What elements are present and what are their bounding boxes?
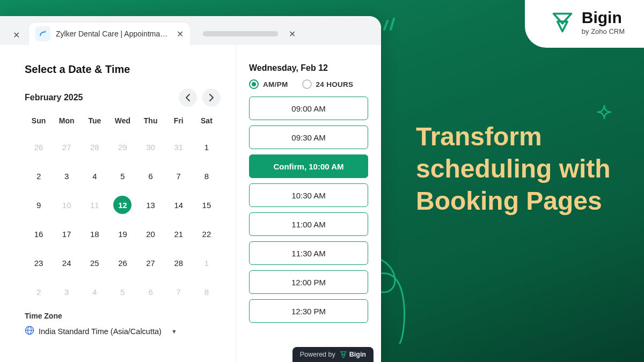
calendar-day[interactable]: 25 xyxy=(80,254,108,272)
calendar-day: 2 xyxy=(25,283,53,301)
calendar-day[interactable]: 20 xyxy=(137,225,165,243)
calendar-day[interactable]: 4 xyxy=(80,167,108,185)
radio-icon xyxy=(302,79,312,89)
prev-tab-close-icon[interactable]: ✕ xyxy=(5,25,27,45)
format-ampm-radio[interactable]: AM/PM xyxy=(249,79,288,89)
weekday-header: Tue xyxy=(80,116,108,127)
calendar-day[interactable]: 5 xyxy=(108,167,136,185)
month-label: February 2025 xyxy=(25,93,83,102)
calendar-day: 11 xyxy=(80,196,108,214)
calendar-day[interactable]: 13 xyxy=(137,196,165,214)
inactive-tab-close-icon[interactable]: ✕ xyxy=(289,29,296,39)
globe-icon xyxy=(25,326,34,337)
calendar-day: 6 xyxy=(137,283,165,301)
calendar-day: 27 xyxy=(53,138,80,156)
weekday-header: Wed xyxy=(108,116,136,127)
calendar-day[interactable]: 16 xyxy=(25,225,53,243)
calendar-day[interactable]: 28 xyxy=(165,254,193,272)
weekday-header: Fri xyxy=(165,116,193,127)
calendar-day[interactable]: 8 xyxy=(193,167,221,185)
tab-title: Zylker Dental Care | Appointma… xyxy=(56,29,171,38)
page-title: Select a Date & Time xyxy=(25,63,221,76)
calendar-day[interactable]: 2 xyxy=(25,167,53,185)
calendar-day: 26 xyxy=(25,138,53,156)
calendar-day: 10 xyxy=(53,196,80,214)
calendar-day[interactable]: 1 xyxy=(193,138,221,156)
brand-name: Bigin xyxy=(582,10,625,26)
caret-down-icon: ▼ xyxy=(171,328,177,335)
calendar-day[interactable]: 21 xyxy=(165,225,193,243)
calendar-grid: SunMonTueWedThuFriSat2627282930311234567… xyxy=(25,116,221,301)
timeslot-button[interactable]: 09:00 AM xyxy=(249,97,368,120)
powered-prefix: Powered by xyxy=(300,351,335,358)
calendar-day: 1 xyxy=(193,254,221,272)
timeslot-button[interactable]: 10:30 AM xyxy=(249,183,368,207)
calendar-day[interactable]: 6 xyxy=(137,167,165,185)
calendar-day: 28 xyxy=(80,138,108,156)
timeslot-button[interactable]: 12:00 PM xyxy=(249,270,368,294)
calendar-day[interactable]: 19 xyxy=(108,225,136,243)
inactive-tab[interactable]: ✕ xyxy=(203,23,296,45)
calendar-day[interactable]: 24 xyxy=(53,254,80,272)
hero-headline: Transform scheduling with Booking Pages xyxy=(416,121,620,217)
inactive-tab-placeholder xyxy=(203,31,278,36)
bigin-mark-icon xyxy=(340,351,347,358)
bigin-logo-icon xyxy=(551,11,574,34)
booking-window: ✕ Zylker Dental Care | Appointma… ✕ ✕ Se… xyxy=(0,16,381,362)
timeslot-button[interactable]: 11:00 AM xyxy=(249,212,368,236)
calendar-day[interactable]: 17 xyxy=(53,225,80,243)
calendar-day[interactable]: 22 xyxy=(193,225,221,243)
calendar-day[interactable]: 26 xyxy=(108,254,136,272)
calendar-day: 8 xyxy=(193,283,221,301)
calendar-day[interactable]: 15 xyxy=(193,196,221,214)
timeslot-panel: Wednesday, Feb 12 AM/PM 24 HOURS 09:00 A… xyxy=(236,45,381,362)
calendar-day: 30 xyxy=(137,138,165,156)
timezone-select[interactable]: India Standard Time (Asia/Calcutta) ▼ xyxy=(25,326,221,337)
time-format-toggle: AM/PM 24 HOURS xyxy=(249,79,368,89)
timeslot-button[interactable]: 11:30 AM xyxy=(249,241,368,265)
calendar-day[interactable]: 7 xyxy=(165,167,193,185)
calendar-day[interactable]: 27 xyxy=(137,254,165,272)
calendar-day: 5 xyxy=(108,283,136,301)
calendar-day-selected[interactable]: 12 xyxy=(108,196,136,214)
chevron-right-icon xyxy=(209,94,214,101)
timeslot-list: 09:00 AM09:30 AMConfirm, 10:00 AM10:30 A… xyxy=(249,97,368,323)
calendar-day: 7 xyxy=(165,283,193,301)
calendar-day: 31 xyxy=(165,138,193,156)
powered-by-badge[interactable]: Powered by Bigin xyxy=(292,347,374,362)
weekday-header: Thu xyxy=(137,116,165,127)
month-nav: February 2025 xyxy=(25,88,221,107)
format-ampm-label: AM/PM xyxy=(263,80,288,88)
calendar-day: 29 xyxy=(108,138,136,156)
calendar-day[interactable]: 9 xyxy=(25,196,53,214)
calendar-panel: Select a Date & Time February 2025 SunMo… xyxy=(0,45,236,362)
next-month-button[interactable] xyxy=(202,88,221,107)
selected-date-label: Wednesday, Feb 12 xyxy=(249,63,368,73)
tab-close-icon[interactable]: ✕ xyxy=(177,29,184,39)
calendar-day: 4 xyxy=(80,283,108,301)
calendar-day: 3 xyxy=(53,283,80,301)
calendar-day[interactable]: 14 xyxy=(165,196,193,214)
timezone-value: India Standard Time (Asia/Calcutta) xyxy=(39,327,162,336)
svg-point-2 xyxy=(45,31,46,32)
booking-content: Select a Date & Time February 2025 SunMo… xyxy=(0,45,381,362)
weekday-header: Sat xyxy=(193,116,221,127)
calendar-day[interactable]: 18 xyxy=(80,225,108,243)
browser-tabbar: ✕ Zylker Dental Care | Appointma… ✕ ✕ xyxy=(0,16,381,45)
timezone-label: Time Zone xyxy=(25,312,221,320)
accent-star-icon xyxy=(597,105,612,122)
weekday-header: Sun xyxy=(25,116,53,127)
accent-sparkle-icon xyxy=(381,13,400,35)
prev-month-button[interactable] xyxy=(179,88,197,107)
calendar-day[interactable]: 3 xyxy=(53,167,80,185)
timeslot-button[interactable]: 12:30 PM xyxy=(249,299,368,323)
format-24h-radio[interactable]: 24 HOURS xyxy=(302,79,354,89)
active-tab[interactable]: Zylker Dental Care | Appointma… ✕ xyxy=(29,23,190,45)
brand-subtitle: by Zoho CRM xyxy=(582,28,625,35)
tab-favicon-icon xyxy=(35,26,50,41)
timeslot-confirm-button[interactable]: Confirm, 10:00 AM xyxy=(249,154,368,178)
calendar-day[interactable]: 23 xyxy=(25,254,53,272)
timeslot-button[interactable]: 09:30 AM xyxy=(249,125,368,149)
radio-icon xyxy=(249,79,259,89)
format-24h-label: 24 HOURS xyxy=(316,80,354,88)
